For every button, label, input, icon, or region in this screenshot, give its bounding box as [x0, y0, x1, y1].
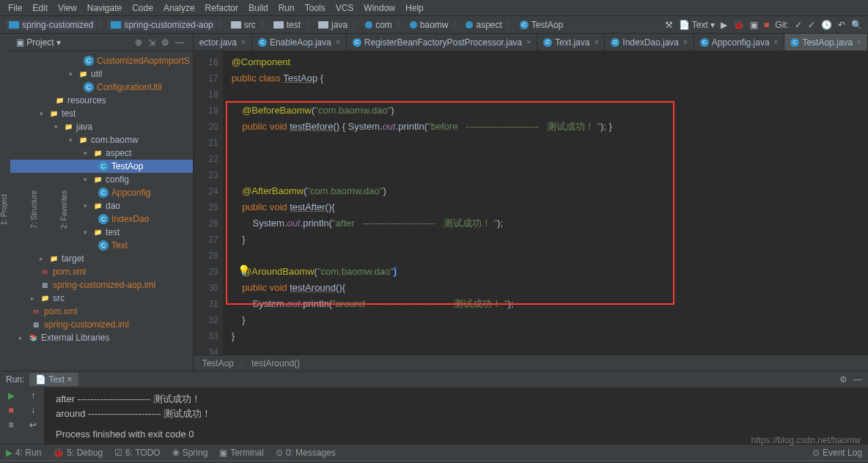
nav-project-root[interactable]: spring-customized: [6, 20, 96, 30]
vcs-update-icon[interactable]: ✓: [795, 20, 802, 30]
code-editor[interactable]: 16171819202122232425262728293031323334 💡…: [194, 51, 868, 355]
package-icon: [466, 21, 473, 29]
hammer-icon[interactable]: ⚒: [665, 20, 673, 30]
breadcrumb-method[interactable]: testAround(): [251, 358, 300, 368]
menu-refactor[interactable]: Refactor: [200, 3, 243, 13]
run-button[interactable]: ▶: [721, 20, 727, 30]
messages-tool-button[interactable]: ⊙ 0: Messages: [276, 448, 336, 458]
menu-code[interactable]: Code: [127, 3, 158, 13]
close-icon[interactable]: ×: [241, 38, 246, 46]
run-config-selector[interactable]: 📄 Text ▾: [679, 20, 715, 30]
eventlog-button[interactable]: ⊙ Event Log: [812, 448, 862, 458]
run-tool-button[interactable]: ▶4: Run: [6, 448, 41, 458]
tree-item[interactable]: ▸📁target: [10, 252, 193, 265]
stop-button[interactable]: ■: [764, 20, 769, 30]
git-label: Git:: [775, 20, 789, 30]
tree-item[interactable]: ▾📁config: [10, 173, 193, 186]
todo-tool-button[interactable]: ☑ 6: TODO: [114, 448, 161, 458]
menu-edit[interactable]: Edit: [27, 3, 53, 13]
wrap-icon[interactable]: ↩: [29, 420, 37, 430]
run-tab[interactable]: 📄 Text ×: [29, 373, 78, 386]
tree-item[interactable]: ▾📁util: [10, 67, 193, 81]
breadcrumb-class[interactable]: TestAop: [202, 358, 234, 368]
menu-navigate[interactable]: Navigate: [82, 3, 127, 13]
close-icon[interactable]: ×: [336, 38, 340, 46]
menu-file[interactable]: File: [3, 3, 27, 13]
vcs-revert-icon[interactable]: ↶: [838, 20, 845, 30]
editor-tab[interactable]: ector.java×: [194, 34, 252, 51]
class-icon: C: [258, 38, 267, 47]
nav-module[interactable]: spring-customized-aop: [108, 20, 216, 30]
tree-item[interactable]: mpom.xml: [10, 265, 193, 278]
tree-item[interactable]: ▾📁aspect: [10, 147, 193, 160]
tree-item[interactable]: CText: [10, 239, 193, 252]
down-icon[interactable]: ↓: [31, 405, 35, 415]
menu-view[interactable]: View: [53, 3, 82, 13]
rerun-button[interactable]: ▶: [8, 390, 15, 401]
close-icon[interactable]: ×: [774, 38, 779, 46]
nav-file[interactable]: CTestAop: [517, 20, 566, 30]
nav-java[interactable]: java: [315, 20, 350, 30]
stop-button[interactable]: ■: [8, 405, 13, 415]
debug-button[interactable]: 🐞: [733, 20, 744, 30]
tree-item[interactable]: 📁resources: [10, 94, 193, 107]
chevron-icon: 〉: [451, 18, 463, 31]
vcs-history-icon[interactable]: 🕓: [821, 20, 832, 30]
favorites-tool-button[interactable]: 2: Favorites: [60, 190, 68, 229]
hide-icon[interactable]: —: [172, 37, 187, 48]
tree-item[interactable]: ▦spring-customized-aop.iml: [10, 278, 193, 292]
nav-test[interactable]: test: [271, 20, 304, 30]
up-icon[interactable]: ↑: [31, 390, 35, 401]
tree-item[interactable]: ▾📁test: [10, 107, 193, 120]
search-icon[interactable]: 🔍: [851, 20, 862, 30]
gear-icon[interactable]: ⚙: [839, 374, 847, 385]
nav-com[interactable]: com: [362, 20, 395, 30]
status-bar: ▢ Compilation completed successfully in …: [0, 460, 868, 463]
close-icon[interactable]: ×: [526, 38, 531, 46]
nav-aspect[interactable]: aspect: [463, 20, 504, 30]
menu-vcs[interactable]: VCS: [331, 3, 359, 13]
tree-item[interactable]: CCustomizedAopImportS: [10, 54, 193, 67]
tree-item[interactable]: CConfigurationUtil: [10, 81, 193, 94]
tree-item-selected[interactable]: CTestAop: [10, 160, 193, 173]
locate-icon[interactable]: ⊕: [132, 37, 145, 48]
menu-tools[interactable]: Tools: [300, 3, 331, 13]
tree-item[interactable]: ▦spring-customized.iml: [10, 318, 193, 331]
code-content[interactable]: 💡 @Component public class TestAop { @Bef…: [223, 51, 868, 355]
tree-item[interactable]: ▸📁src: [10, 292, 193, 305]
editor-tab[interactable]: CEnableAop.java×: [252, 34, 347, 51]
tree-item[interactable]: ▾📁java: [10, 120, 193, 133]
project-tool-button[interactable]: 1: Project: [0, 194, 8, 225]
editor-tab[interactable]: CRegisterBeanFactoryPostProcessor.java×: [347, 34, 537, 51]
close-icon[interactable]: ×: [857, 38, 861, 46]
vcs-commit-icon[interactable]: ✓: [808, 20, 815, 30]
close-icon[interactable]: ×: [683, 38, 688, 46]
intention-bulb-icon[interactable]: 💡: [238, 262, 250, 278]
project-view-selector[interactable]: ▣ Project ▾: [16, 37, 61, 48]
tree-item[interactable]: ▾📁com.baomw: [10, 133, 193, 147]
debug-tool-button[interactable]: 🐞 5: Debug: [53, 448, 103, 458]
minimize-icon[interactable]: —: [853, 374, 862, 385]
editor-tab-active[interactable]: CTestAop.java×: [784, 34, 868, 51]
tree-item[interactable]: mpom.xml: [10, 305, 193, 318]
nav-src[interactable]: src: [228, 20, 259, 30]
editor-tab[interactable]: CIndexDao.java×: [605, 34, 694, 51]
menu-help[interactable]: Help: [400, 3, 429, 13]
gear-icon[interactable]: ⚙: [158, 37, 172, 48]
menu-analyze[interactable]: Analyze: [158, 3, 200, 13]
editor-tab[interactable]: CText.java×: [537, 34, 605, 51]
nav-baomw[interactable]: baomw: [407, 20, 452, 30]
collapse-icon[interactable]: ⇲: [145, 37, 158, 48]
coverage-button[interactable]: ▣: [750, 20, 758, 30]
terminal-tool-button[interactable]: ▣ Terminal: [219, 448, 263, 458]
tree-item[interactable]: ▸📚External Libraries: [10, 331, 193, 344]
layout-button[interactable]: ≡: [8, 420, 13, 430]
spring-tool-button[interactable]: ❀ Spring: [172, 448, 208, 458]
menu-run[interactable]: Run: [273, 3, 300, 13]
structure-tool-button[interactable]: 7: Structure: [30, 190, 38, 229]
menu-build[interactable]: Build: [243, 3, 273, 13]
chevron-icon: 〉: [395, 18, 407, 31]
menu-window[interactable]: Window: [358, 3, 400, 13]
close-icon[interactable]: ×: [594, 38, 598, 46]
editor-tab[interactable]: CAppconfig.java×: [694, 34, 785, 51]
